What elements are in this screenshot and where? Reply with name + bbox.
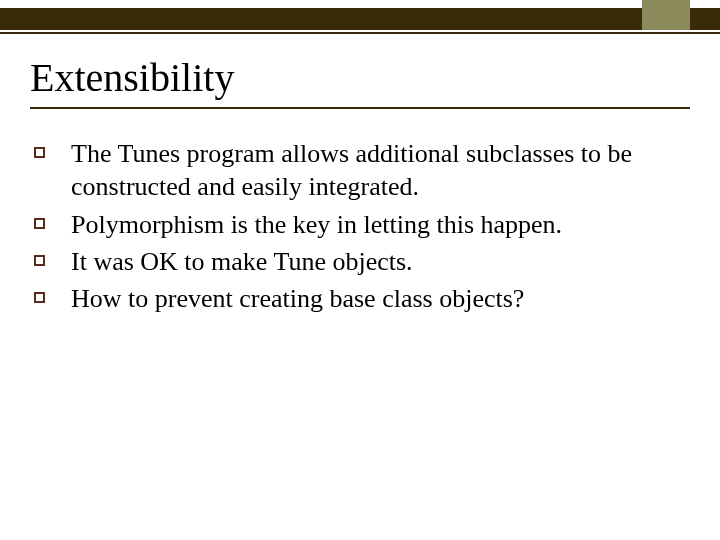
bullet-list: The Tunes program allows additional subc… [30, 137, 690, 315]
square-bullet-icon [34, 255, 45, 266]
bullet-text: It was OK to make Tune objects. [71, 245, 413, 278]
bullet-text: How to prevent creating base class objec… [71, 282, 524, 315]
bullet-text: Polymorphism is the key in letting this … [71, 208, 562, 241]
square-bullet-icon [34, 218, 45, 229]
header-accent-square [642, 0, 690, 30]
title-underline [30, 107, 690, 109]
list-item: Polymorphism is the key in letting this … [34, 208, 690, 241]
header-underline [0, 32, 720, 34]
header-bar [0, 8, 720, 30]
slide-content: Extensibility The Tunes program allows a… [30, 54, 690, 319]
bullet-text: The Tunes program allows additional subc… [71, 137, 690, 204]
square-bullet-icon [34, 147, 45, 158]
square-bullet-icon [34, 292, 45, 303]
list-item: It was OK to make Tune objects. [34, 245, 690, 278]
slide-title: Extensibility [30, 54, 690, 101]
list-item: How to prevent creating base class objec… [34, 282, 690, 315]
list-item: The Tunes program allows additional subc… [34, 137, 690, 204]
